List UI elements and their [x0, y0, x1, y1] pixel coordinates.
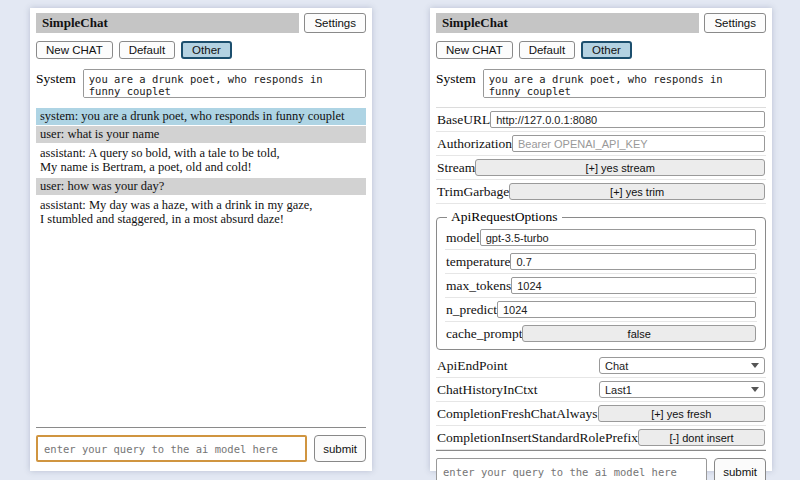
query-input[interactable]	[436, 458, 707, 480]
setting-label: Authorization	[437, 136, 512, 152]
selected-option: Last1	[605, 384, 632, 396]
chat-message-system: system: you are a drunk poet, who respon…	[36, 108, 366, 125]
setting-row-max-tokens: max_tokens	[445, 274, 757, 298]
system-prompt-row: System you are a drunk poet, who respond…	[436, 69, 766, 98]
setting-row-trimgarbage: TrimGarbage [+] yes trim	[436, 180, 766, 204]
api-request-options-fieldset: ApiRequestOptions model temperature max_…	[436, 209, 766, 350]
cache-prompt-toggle-button[interactable]: false	[522, 325, 756, 342]
role-prefix-toggle-button[interactable]: [-] dont insert	[638, 429, 765, 446]
chat-session-toolbar: New CHAT Default Other	[36, 41, 366, 59]
query-area: submit	[36, 427, 366, 462]
new-chat-button[interactable]: New CHAT	[36, 41, 113, 59]
setting-row-apiendpoint: ApiEndPoint Chat	[436, 354, 766, 378]
system-prompt-input[interactable]: you are a drunk poet, who responds in fu…	[83, 69, 366, 98]
query-input[interactable]	[36, 435, 307, 462]
chat-message-assistant: assistant: My day was a haze, with a dri…	[36, 196, 366, 229]
setting-row-model: model	[445, 226, 757, 250]
settings-panel: SimpleChat Settings New CHAT Default Oth…	[430, 8, 772, 471]
setting-label: n_predict	[446, 302, 497, 318]
settings-button[interactable]: Settings	[704, 13, 766, 33]
setting-row-chathistory: ChatHistoryInCtxt Last1	[436, 378, 766, 402]
fresh-chat-toggle-button[interactable]: [+] yes fresh	[598, 405, 766, 422]
settings-button[interactable]: Settings	[304, 13, 366, 33]
setting-row-roleprefix: CompletionInsertStandardRolePrefix [-] d…	[436, 426, 766, 450]
baseurl-input[interactable]	[490, 111, 765, 128]
setting-label: TrimGarbage	[437, 184, 509, 200]
title-row: SimpleChat Settings	[36, 13, 366, 33]
tab-default[interactable]: Default	[119, 41, 175, 59]
app-title: SimpleChat	[436, 13, 699, 33]
setting-label: Stream	[437, 160, 475, 176]
chevron-down-icon	[751, 363, 759, 368]
selected-option: Chat	[605, 360, 628, 372]
setting-label: max_tokens	[446, 278, 511, 294]
system-label: System	[36, 69, 76, 98]
query-area: submit	[436, 450, 766, 480]
new-chat-button[interactable]: New CHAT	[436, 41, 513, 59]
setting-label: model	[446, 230, 480, 246]
app-title: SimpleChat	[36, 13, 299, 33]
divider	[36, 427, 366, 428]
authorization-input[interactable]	[512, 135, 765, 152]
tab-default[interactable]: Default	[519, 41, 575, 59]
setting-row-stream: Stream [+] yes stream	[436, 156, 766, 180]
setting-row-n-predict: n_predict	[445, 298, 757, 322]
setting-label: temperature	[446, 254, 510, 270]
setting-label: ApiEndPoint	[437, 358, 508, 374]
setting-row-cache-prompt: cache_prompt false	[445, 322, 757, 345]
tab-other[interactable]: Other	[181, 41, 232, 59]
model-input[interactable]	[480, 229, 756, 246]
max-tokens-input[interactable]	[511, 277, 756, 294]
fieldset-legend: ApiRequestOptions	[447, 209, 562, 225]
chat-panel: SimpleChat Settings New CHAT Default Oth…	[30, 8, 372, 471]
chat-history-select[interactable]: Last1	[599, 381, 765, 398]
api-endpoint-select[interactable]: Chat	[599, 357, 765, 374]
title-row: SimpleChat Settings	[436, 13, 766, 33]
setting-row-authorization: Authorization	[436, 132, 766, 156]
n-predict-input[interactable]	[497, 301, 756, 318]
chat-message-assistant: assistant: A query so bold, with a tale …	[36, 144, 366, 177]
submit-button[interactable]: submit	[714, 458, 766, 480]
setting-label: cache_prompt	[446, 326, 522, 342]
setting-row-temperature: temperature	[445, 250, 757, 274]
settings-list: BaseURL Authorization Stream [+] yes str…	[436, 107, 766, 450]
chat-message-user: user: how was your day?	[36, 178, 366, 195]
setting-label: BaseURL	[437, 112, 490, 128]
setting-row-baseurl: BaseURL	[436, 108, 766, 132]
system-prompt-row: System you are a drunk poet, who respond…	[36, 69, 366, 98]
setting-row-freshchat: CompletionFreshChatAlways [+] yes fresh	[436, 402, 766, 426]
chat-message-list: system: you are a drunk poet, who respon…	[36, 108, 366, 230]
setting-label: CompletionFreshChatAlways	[437, 406, 598, 422]
system-label: System	[436, 69, 476, 98]
tab-other[interactable]: Other	[581, 41, 632, 59]
setting-label: ChatHistoryInCtxt	[437, 382, 538, 398]
chat-session-toolbar: New CHAT Default Other	[436, 41, 766, 59]
divider	[436, 450, 766, 451]
trimgarbage-toggle-button[interactable]: [+] yes trim	[509, 183, 765, 200]
chat-message-user: user: what is your name	[36, 126, 366, 143]
chevron-down-icon	[751, 387, 759, 392]
stream-toggle-button[interactable]: [+] yes stream	[475, 159, 765, 176]
setting-label: CompletionInsertStandardRolePrefix	[437, 430, 638, 446]
system-prompt-input[interactable]: you are a drunk poet, who responds in fu…	[483, 69, 766, 98]
temperature-input[interactable]	[510, 253, 756, 270]
submit-button[interactable]: submit	[314, 435, 366, 462]
